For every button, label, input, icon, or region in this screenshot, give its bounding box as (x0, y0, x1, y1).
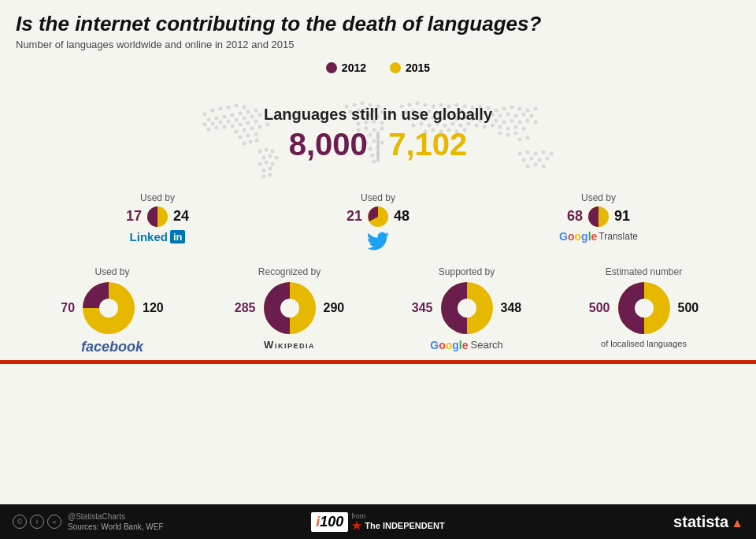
linkedin-used-by-label: Used by (140, 192, 175, 203)
google-translate-pie (587, 206, 610, 228)
platform-localised: Estimated number 500 500 of localised la… (555, 266, 732, 355)
statista-logo: statista▲ (673, 513, 743, 531)
from-text: from (351, 512, 365, 520)
facebook-brand: facebook (81, 339, 143, 355)
linkedin-pie (146, 206, 169, 228)
independent-text: The INDEPENDENT (365, 521, 444, 530)
google-search-pie (439, 281, 495, 336)
global-num-2012: 8,000 (289, 127, 368, 162)
wikipedia-num-2015: 290 (324, 301, 345, 315)
localised-brand: of localised languages (601, 339, 687, 348)
linkedin-num-2012: 17 (126, 208, 142, 225)
twitter-numbers: 21 48 (346, 206, 410, 228)
legend-2015-label: 2015 (406, 61, 430, 74)
platform-wikipedia: Recognized by 285 290 Wikipedia (201, 266, 378, 355)
platform-twitter: Used by 21 48 (268, 192, 488, 257)
google-translate-numbers: 68 91 (567, 206, 630, 228)
legend-2015: 2015 (390, 61, 430, 74)
big-platforms-row: Used by 70 120 facebook Recognized by 28… (0, 260, 756, 360)
subtitle: Number of languages worldwide and online… (16, 39, 740, 50)
num-divider: | (374, 127, 382, 162)
svg-point-185 (458, 299, 476, 318)
wikipedia-brand: Wikipedia (264, 339, 315, 351)
twitter-num-2012: 21 (346, 208, 362, 225)
legend-2012: 2012 (326, 61, 366, 74)
linkedin-brand: Linkedin (130, 230, 186, 243)
localised-label: Estimated number (606, 266, 682, 277)
footer: © i = @StatistaCharts Sources: World Ban… (0, 504, 756, 539)
facebook-label: Used by (94, 266, 129, 277)
legend-2012-label: 2012 (342, 61, 366, 74)
footer-left: © i = @StatistaCharts Sources: World Ban… (13, 512, 256, 531)
global-label: Languages still in use globally (264, 106, 492, 124)
independent-check-icon (351, 520, 362, 531)
world-section: Languages still in use globally 8,000 | … (16, 79, 740, 189)
google-translate-brand: Google Translate (559, 230, 638, 243)
dot-2015 (390, 62, 401, 73)
small-platforms-row: Used by 17 24 Linkedin Used by 21 (0, 192, 756, 257)
google-search-label: Supported by (439, 266, 495, 277)
twitter-num-2015: 48 (394, 208, 410, 225)
svg-point-187 (635, 299, 654, 318)
twitter-bird-icon (367, 230, 389, 252)
person-icon: i (30, 515, 44, 529)
facebook-num-2015: 120 (143, 301, 164, 315)
platform-linkedin: Used by 17 24 Linkedin (47, 192, 268, 257)
map-text-overlay: Languages still in use globally 8,000 | … (142, 79, 614, 189)
localised-num-2015: 500 (678, 301, 699, 315)
facebook-pie (81, 281, 136, 336)
wikipedia-pie (262, 281, 317, 336)
platform-google-search: Supported by 345 348 Google Search (378, 266, 555, 355)
cc-icons: © i = (13, 515, 61, 529)
wikipedia-numbers: 285 290 (235, 281, 344, 336)
localised-numbers: 500 500 (589, 281, 699, 336)
google-translate-num-2012: 68 (567, 208, 583, 225)
header: Is the internet contributing to the deat… (0, 0, 756, 55)
localised-num-2012: 500 (589, 301, 610, 315)
platform-google-translate: Used by 68 91 Google Translate (488, 192, 709, 257)
google-search-num-2012: 345 (412, 301, 433, 315)
svg-point-181 (99, 299, 118, 318)
legend: 2012 2015 (0, 61, 756, 74)
google-search-numbers: 345 348 (412, 281, 521, 336)
google-translate-num-2015: 91 (614, 208, 630, 225)
linkedin-numbers: 17 24 (126, 206, 189, 228)
svg-point-183 (280, 299, 299, 318)
watermark: @StatistaCharts (68, 512, 164, 521)
equals-icon: = (47, 515, 61, 529)
global-num-2015: 7,102 (388, 127, 467, 162)
google-search-num-2015: 348 (501, 301, 522, 315)
footer-center: i100 from The INDEPENDENT (256, 512, 499, 532)
wikipedia-label: Recognized by (258, 266, 321, 277)
twitter-brand (367, 230, 389, 257)
facebook-numbers: 70 120 (61, 281, 164, 336)
i100-badge: i100 (311, 512, 348, 532)
red-accent-bar (0, 360, 756, 364)
dot-2012 (326, 62, 337, 73)
facebook-num-2012: 70 (61, 301, 75, 315)
map-overlay: Languages still in use globally 8,000 | … (142, 79, 614, 189)
main-container: Is the internet contributing to the deat… (0, 0, 756, 539)
sources: Sources: World Bank, WEF (68, 522, 164, 531)
wikipedia-num-2012: 285 (235, 301, 256, 315)
platform-facebook: Used by 70 120 facebook (24, 266, 201, 355)
page-title: Is the internet contributing to the deat… (16, 13, 740, 35)
google-translate-used-by-label: Used by (581, 192, 616, 203)
google-search-brand: Google Search (430, 339, 502, 351)
footer-right: statista▲ (500, 513, 743, 531)
linkedin-num-2015: 24 (173, 208, 189, 225)
cc-icon: © (13, 515, 27, 529)
twitter-pie (367, 206, 389, 228)
twitter-used-by-label: Used by (361, 192, 395, 203)
localised-pie (617, 281, 672, 336)
